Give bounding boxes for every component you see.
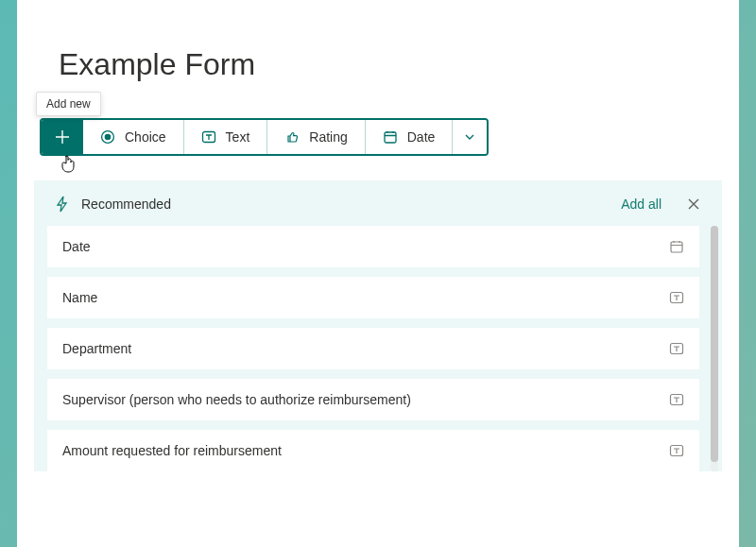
form-card: Example Form Add new Choice Text xyxy=(17,0,739,547)
suggestion-label: Supervisor (person who needs to authoriz… xyxy=(62,392,669,407)
recommended-panel: Recommended Add all DateNameDepartmentSu… xyxy=(34,180,722,471)
recommended-title: Recommended xyxy=(81,197,621,212)
svg-point-1 xyxy=(105,134,112,141)
rating-label: Rating xyxy=(309,129,347,145)
date-button[interactable]: Date xyxy=(366,120,454,154)
radio-icon xyxy=(100,129,115,145)
scrollbar-thumb[interactable] xyxy=(711,226,718,462)
close-panel-button[interactable] xyxy=(686,197,701,212)
suggestion-label: Department xyxy=(62,341,669,356)
add-all-button[interactable]: Add all xyxy=(621,197,662,212)
text-type-icon xyxy=(669,392,684,407)
date-type-icon xyxy=(669,239,684,254)
text-type-icon xyxy=(669,290,684,305)
calendar-icon xyxy=(383,129,398,145)
suggestion-item[interactable]: Supervisor (person who needs to authoriz… xyxy=(47,379,699,420)
choice-button[interactable]: Choice xyxy=(83,120,184,154)
suggestion-label: Name xyxy=(62,290,669,305)
text-type-icon xyxy=(669,341,684,356)
add-new-button[interactable] xyxy=(42,120,83,154)
suggestion-label: Amount requested for reimbursement xyxy=(62,443,669,458)
suggestion-item[interactable]: Date xyxy=(47,226,699,267)
svg-rect-4 xyxy=(671,242,682,252)
suggestion-list: DateNameDepartmentSupervisor (person who… xyxy=(47,226,699,471)
text-label: Text xyxy=(226,129,250,145)
suggestion-item[interactable]: Department xyxy=(47,328,699,369)
rating-button[interactable]: Rating xyxy=(267,120,365,154)
suggestion-item[interactable]: Name xyxy=(47,277,699,318)
text-type-icon xyxy=(669,443,684,458)
lightning-icon xyxy=(55,196,70,213)
suggestion-label: Date xyxy=(62,239,669,254)
choice-label: Choice xyxy=(125,129,166,145)
svg-rect-3 xyxy=(385,132,396,143)
chevron-down-icon xyxy=(464,131,475,143)
question-type-toolbar: Choice Text Rating Date xyxy=(40,118,489,156)
text-button[interactable]: Text xyxy=(184,120,268,154)
tooltip-add-new: Add new xyxy=(36,92,101,116)
page-title: Example Form xyxy=(59,47,722,82)
thumbs-up-icon xyxy=(284,129,300,145)
cursor-pointer-icon xyxy=(60,154,77,175)
date-label: Date xyxy=(407,129,436,145)
suggestion-item[interactable]: Amount requested for reimbursement xyxy=(47,430,699,471)
more-types-button[interactable] xyxy=(453,120,487,154)
text-icon xyxy=(201,129,216,145)
plus-icon xyxy=(55,129,70,145)
